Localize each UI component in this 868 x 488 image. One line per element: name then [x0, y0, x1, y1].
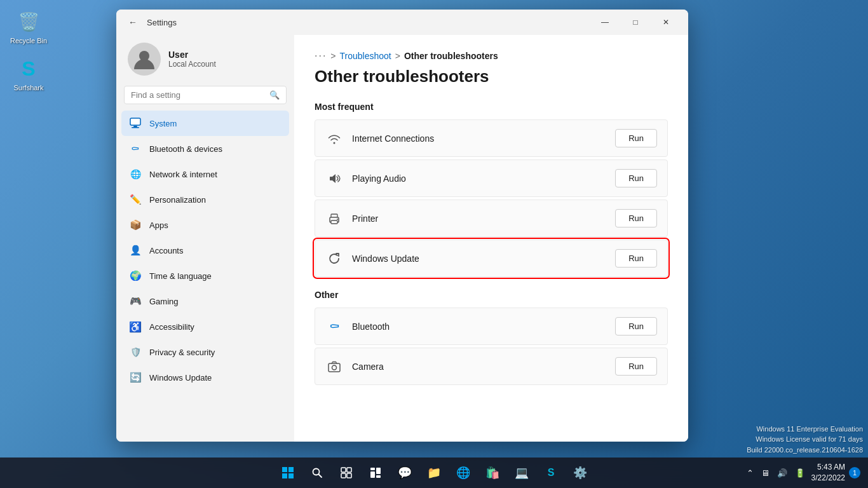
taskbar-clock[interactable]: 5:43 AM 3/22/2022 — [811, 462, 845, 484]
edge-button[interactable]: 🌐 — [451, 460, 476, 485]
sidebar-item-personalization[interactable]: ✏️ Personalization — [121, 187, 289, 212]
run-camera-button[interactable]: Run — [615, 357, 657, 376]
sidebar-item-label-apps: Apps — [149, 220, 168, 230]
troubleshooter-internet-connections: Internet Connections Run — [315, 119, 668, 157]
recycle-bin-label: Recycle Bin — [10, 37, 47, 44]
bluetooth-icon: ⚰ — [325, 318, 343, 336]
run-internet-connections-button[interactable]: Run — [615, 129, 657, 147]
network-icon: 🌐 — [129, 168, 142, 180]
personalization-icon: ✏️ — [129, 193, 142, 206]
windows-update-nav-icon: 🔄 — [129, 371, 142, 384]
svg-rect-18 — [341, 473, 346, 478]
page-title: Other troubleshooters — [315, 67, 668, 86]
system-icon — [129, 117, 142, 130]
battery-icon[interactable]: 🔋 — [792, 467, 808, 479]
back-button[interactable]: ← — [124, 13, 142, 31]
desktop: 🗑️ Recycle Bin S Surfshark ← Settings — … — [0, 0, 868, 488]
run-printer-button[interactable]: Run — [615, 209, 657, 227]
time-icon: 🌍 — [129, 269, 142, 282]
breadcrumb-dots: ··· — [315, 50, 327, 62]
vs-button[interactable]: 💻 — [509, 460, 534, 485]
search-input[interactable] — [131, 90, 264, 100]
accounts-icon: 👤 — [129, 244, 142, 257]
svg-rect-21 — [370, 471, 375, 478]
sidebar-item-accounts[interactable]: 👤 Accounts — [121, 238, 289, 263]
sidebar-item-label-accounts: Accounts — [149, 246, 183, 255]
user-account-type: Local Account — [168, 60, 216, 69]
user-profile[interactable]: User Local Account — [121, 35, 289, 86]
breadcrumb-troubleshoot[interactable]: Troubleshoot — [340, 51, 391, 61]
troubleshooter-bluetooth: ⚰ Bluetooth Run — [315, 308, 668, 345]
windows-watermark: Windows 11 Enterprise Evaluation Windows… — [747, 424, 863, 456]
minimize-button[interactable]: — — [590, 12, 620, 32]
recycle-bin-image: 🗑️ — [16, 9, 41, 34]
troubleshooter-printer: Printer Run — [315, 200, 668, 237]
svg-rect-19 — [347, 473, 351, 478]
store-button[interactable]: 🛍️ — [480, 460, 505, 485]
title-bar-left: ← Settings — [124, 13, 177, 31]
settings-window: ← Settings — □ ✕ — [116, 10, 688, 442]
taskbar-search[interactable] — [304, 460, 330, 485]
run-windows-update-button[interactable]: Run — [615, 249, 657, 268]
run-bluetooth-button[interactable]: Run — [615, 317, 657, 336]
sidebar-item-system[interactable]: System — [121, 111, 289, 136]
surfshark-label: Surfshark — [13, 84, 43, 92]
window-controls: — □ ✕ — [590, 12, 681, 32]
sidebar-item-apps[interactable]: 📦 Apps — [121, 212, 289, 238]
sidebar-item-accessibility[interactable]: ♿ Accessibility — [121, 314, 289, 339]
settings-body: User Local Account 🔍 — [116, 35, 688, 442]
privacy-icon: 🛡️ — [129, 346, 142, 358]
sidebar-item-time[interactable]: 🌍 Time & language — [121, 263, 289, 288]
recycle-bin-icon[interactable]: 🗑️ Recycle Bin — [6, 6, 51, 47]
sidebar-item-network[interactable]: 🌐 Network & internet — [121, 161, 289, 187]
gaming-icon: 🎮 — [129, 295, 142, 308]
surfshark-taskbar[interactable]: S — [538, 460, 564, 485]
volume-icon[interactable]: 🔊 — [775, 467, 790, 479]
taskbar-center: 💬 📁 🌐 🛍️ 💻 S ⚙️ — [275, 460, 593, 485]
apps-icon: 📦 — [129, 219, 142, 231]
printer-icon — [325, 210, 343, 227]
taskbar: 💬 📁 🌐 🛍️ 💻 S ⚙️ ⌃ 🖥 🔊 🔋 5:43 AM 3/2 — [0, 458, 868, 488]
sidebar-item-label-system: System — [149, 119, 177, 128]
widgets-button[interactable] — [363, 460, 388, 485]
chat-button[interactable]: 💬 — [392, 460, 417, 485]
sidebar-item-bluetooth[interactable]: ⚰ Bluetooth & devices — [121, 136, 289, 161]
breadcrumb: ··· > Troubleshoot > Other troubleshoote… — [315, 50, 668, 62]
watermark-line2: Windows License valid for 71 days — [747, 434, 863, 445]
troubleshooter-camera: Camera Run — [315, 348, 668, 385]
breadcrumb-sep-2: > — [395, 51, 400, 61]
search-icon: 🔍 — [269, 90, 280, 100]
svg-rect-10 — [282, 467, 287, 472]
network-status-icon[interactable]: 🖥 — [759, 467, 772, 479]
file-explorer-button[interactable]: 📁 — [421, 460, 447, 485]
start-button[interactable] — [275, 460, 301, 485]
watermark-line3: Build 22000.co_release.210604-1628 — [747, 445, 863, 456]
chevron-up-icon[interactable]: ⌃ — [744, 467, 756, 479]
notification-badge[interactable]: 1 — [849, 467, 860, 478]
search-box[interactable]: 🔍 — [124, 86, 287, 104]
sidebar-item-windows-update[interactable]: 🔄 Windows Update — [121, 365, 289, 390]
sidebar-item-gaming[interactable]: 🎮 Gaming — [121, 288, 289, 314]
surfshark-icon[interactable]: S Surfshark — [6, 53, 51, 94]
breadcrumb-sep-1: > — [330, 51, 336, 61]
clock-date: 3/22/2022 — [811, 473, 845, 484]
sidebar: User Local Account 🔍 — [116, 35, 294, 442]
avatar — [128, 43, 161, 76]
sidebar-item-label-accessibility: Accessibility — [149, 322, 194, 332]
sidebar-item-label-time: Time & language — [149, 271, 212, 281]
maximize-button[interactable]: □ — [621, 12, 650, 32]
run-playing-audio-button[interactable]: Run — [615, 169, 657, 187]
svg-point-9 — [332, 365, 337, 370]
camera-label: Camera — [352, 362, 606, 372]
close-button[interactable]: ✕ — [651, 12, 681, 32]
svg-rect-6 — [331, 220, 337, 224]
windows-update-label: Windows Update — [352, 254, 606, 264]
sidebar-item-label-windows-update: Windows Update — [149, 373, 212, 383]
sidebar-item-label-network: Network & internet — [149, 170, 217, 179]
breadcrumb-current: Other troubleshooters — [404, 51, 498, 61]
sidebar-item-label-bluetooth: Bluetooth & devices — [149, 144, 222, 154]
settings-taskbar[interactable]: ⚙️ — [567, 460, 593, 485]
sidebar-item-privacy[interactable]: 🛡️ Privacy & security — [121, 339, 289, 365]
task-view-button[interactable] — [334, 460, 359, 485]
playing-audio-label: Playing Audio — [352, 173, 606, 184]
